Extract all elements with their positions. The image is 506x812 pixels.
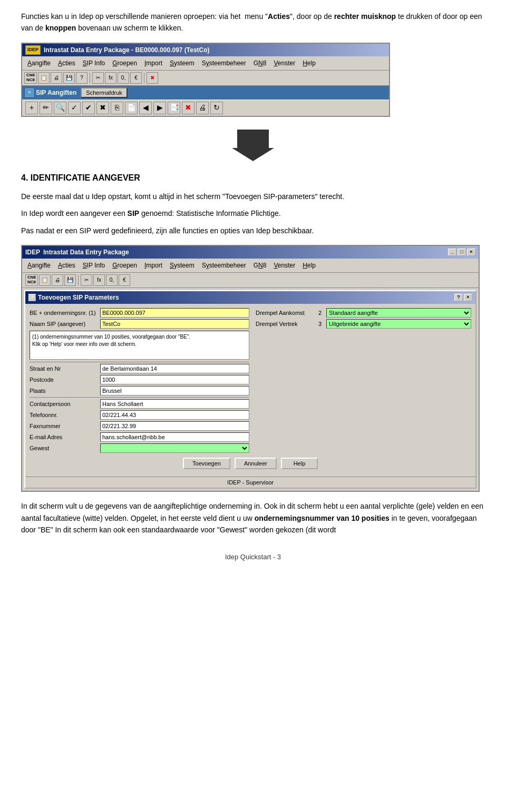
drempel-vertrek-label: Drempel Vertrek <box>256 320 314 329</box>
tb-btn-2[interactable]: 🖨 <box>51 72 62 84</box>
drempel-vertrek-row: Drempel Vertrek 3 Uitgebreide aangifte <box>256 319 471 329</box>
drempel-vertrek-num: 3 <box>316 320 324 329</box>
tel-input[interactable] <box>100 410 249 420</box>
tb2-x1[interactable]: ✖ <box>96 102 109 114</box>
drempel-aankomst-select[interactable]: Standaard aangifte <box>326 308 471 318</box>
gewest-select[interactable] <box>100 443 249 453</box>
postcode-label: Postcode <box>30 375 98 384</box>
cn8-btn[interactable]: CN8NC8 <box>24 72 37 84</box>
tb3-btn-1[interactable]: 📋 <box>39 274 51 286</box>
tb2-print[interactable]: 🖨 <box>196 102 209 114</box>
tb2-arrow2[interactable]: ▶ <box>153 102 166 114</box>
tb-btn-1[interactable]: 📋 <box>38 72 50 84</box>
idep-logo-2: IDEP <box>25 247 40 257</box>
note-box: (1) ondernemingsnummer van 10 posities, … <box>30 331 249 360</box>
tb2-arrow1[interactable]: ◀ <box>139 102 152 114</box>
tb3-btn-5[interactable]: fx <box>93 274 105 286</box>
menu-systeem-2[interactable]: Systeem <box>167 260 198 271</box>
menu-systeembeheer-1[interactable]: Systeembeheer <box>199 57 249 69</box>
toevoegen-button[interactable]: Toevoegen <box>183 458 230 469</box>
contact-input[interactable] <box>100 399 249 409</box>
be-nr-input[interactable] <box>100 308 249 318</box>
menu-import-1[interactable]: Import <box>141 57 166 69</box>
tb2-doc[interactable]: 📑 <box>168 102 180 114</box>
tb2-paste[interactable]: 📄 <box>125 102 138 114</box>
dialog-help-btn[interactable]: ? <box>454 294 463 301</box>
fax-input[interactable] <box>100 421 249 431</box>
menu-aangifte-1[interactable]: Aangifte <box>24 57 54 69</box>
straat-label: Straat en Nr <box>30 364 98 373</box>
postcode-input[interactable] <box>100 375 249 384</box>
tb2-check1[interactable]: ✓ <box>68 102 81 114</box>
tb2-del[interactable]: ✖ <box>182 102 194 114</box>
tb3-btn-3[interactable]: 💾 <box>64 274 76 286</box>
app-window-1: IDEP Intrastat Data Entry Package - BE00… <box>21 43 390 117</box>
acties-bold: Acties <box>268 12 290 21</box>
naam-input[interactable] <box>100 319 249 329</box>
sip-bold: SIP <box>128 209 140 217</box>
tb-sep-1 <box>90 73 90 83</box>
menu-sipinfo-1[interactable]: SIP Info <box>80 57 109 69</box>
menu-acties-1[interactable]: Acties <box>55 57 79 69</box>
statusbar: IDEP - Supervisor <box>25 477 475 488</box>
app-title-1: Intrastat Data Entry Package - BE0000.00… <box>44 45 210 55</box>
menu-groepen-1[interactable]: Groepen <box>109 57 140 69</box>
tb3-btn-6[interactable]: 0, <box>106 274 118 286</box>
menu-acties-2[interactable]: Acties <box>55 260 79 271</box>
maximize-btn[interactable]: □ <box>458 249 466 256</box>
ondernr-bold: ondernemingsnummer van 10 posities <box>255 514 390 522</box>
rechter-muisknop-bold: rechter muisknop <box>334 12 396 21</box>
schermafdruk-button[interactable]: Schermafdruk <box>81 87 127 98</box>
be-nr-row: BE + ondernemingsnr. (1) <box>30 308 249 318</box>
menu-gn8-2[interactable]: GN8 <box>250 260 270 271</box>
drempel-vertrek-select[interactable]: Uitgebreide aangifte <box>326 319 471 329</box>
menu-gn8-1[interactable]: GN8 <box>250 57 270 69</box>
menu-sipinfo-2[interactable]: SIP Info <box>80 260 109 271</box>
section-4-para3: Pas nadat er een SIP werd gedefinieerd, … <box>21 225 485 236</box>
minimize-btn[interactable]: _ <box>448 249 456 256</box>
annuleer-button[interactable]: Annuleer <box>235 458 277 469</box>
toolbar-3: CN8NC8 📋 🖨 💾 ✂ fx 0, € <box>22 273 479 288</box>
tb2-add[interactable]: + <box>25 102 38 114</box>
menu-systeembeheer-2[interactable]: Systeembeheer <box>199 260 249 271</box>
dialog-close-btn[interactable]: × <box>464 294 472 301</box>
tb2-copy[interactable]: ⎘ <box>111 102 123 114</box>
tb-btn-5[interactable]: ✂ <box>92 72 104 84</box>
close-btn[interactable]: × <box>467 249 475 256</box>
tb2-refresh[interactable]: ↻ <box>210 102 223 114</box>
tb3-btn-7[interactable]: € <box>119 274 130 286</box>
tb3-btn-2[interactable]: 🖨 <box>52 274 63 286</box>
window-controls: _ □ × <box>448 249 475 256</box>
tb-btn-4[interactable]: ? <box>76 72 87 84</box>
tb-btn-8[interactable]: € <box>130 72 142 84</box>
tb2-edit[interactable]: ✏ <box>40 102 52 114</box>
menu-help-2[interactable]: Help <box>299 260 319 271</box>
menu-venster-2[interactable]: Venster <box>270 260 298 271</box>
email-input[interactable] <box>100 432 249 442</box>
naam-label: Naam SIP (aangever) <box>30 320 98 329</box>
tb2-search[interactable]: 🔍 <box>54 102 66 114</box>
menu-aangifte-2[interactable]: Aangifte <box>24 260 54 271</box>
menu-import-2[interactable]: Import <box>141 260 166 271</box>
tb-btn-7[interactable]: 0, <box>118 72 129 84</box>
cn8-btn-2[interactable]: CN8NC8 <box>25 274 38 286</box>
dialog-help-icon[interactable]: ? <box>28 294 36 301</box>
contact-label: Contactpersoon <box>30 400 98 409</box>
tb2-check2[interactable]: ✔ <box>82 102 95 114</box>
menu-systeem-1[interactable]: Systeem <box>167 57 198 69</box>
straat-input[interactable] <box>100 364 249 373</box>
straat-row: Straat en Nr <box>30 364 249 373</box>
menu-help-1[interactable]: Help <box>299 57 319 69</box>
section-4-para2: In Idep wordt een aangever een SIP genoe… <box>21 207 485 219</box>
tb-btn-6[interactable]: fx <box>105 72 116 84</box>
svg-marker-0 <box>232 130 274 161</box>
menu-venster-1[interactable]: Venster <box>270 57 298 69</box>
plaats-input[interactable] <box>100 386 249 395</box>
menu-groepen-2[interactable]: Groepen <box>109 260 140 271</box>
help-button[interactable]: Help <box>281 458 318 469</box>
plaats-row: Plaats <box>30 386 249 395</box>
tel-label: Telefoonnr. <box>30 411 98 420</box>
tb3-btn-4[interactable]: ✂ <box>81 274 92 286</box>
tb-btn-3[interactable]: 💾 <box>63 72 75 84</box>
tb-btn-9[interactable]: ✖ <box>147 72 158 84</box>
